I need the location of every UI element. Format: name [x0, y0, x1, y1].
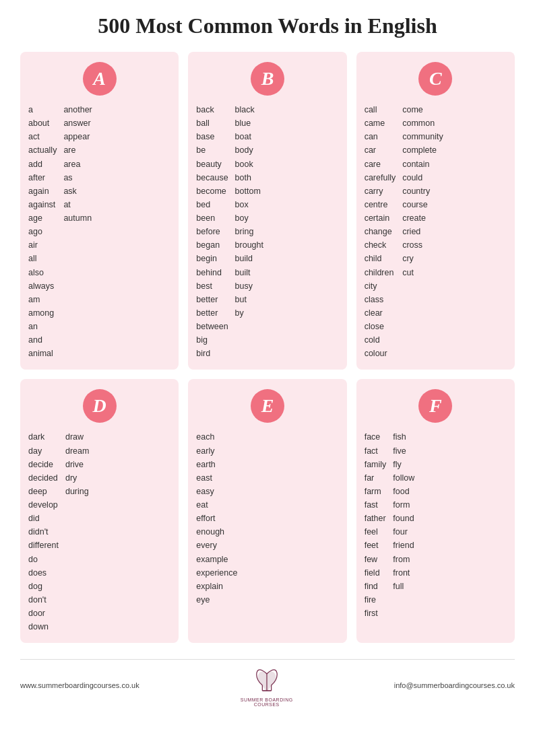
section-d: D dark day decide decided deep develop d… — [20, 379, 179, 643]
letter-a-badge: A — [83, 62, 117, 96]
section-f-words: face fact family far farm fast father fe… — [365, 431, 507, 619]
section-e-words: each early earth east easy eat effort en… — [196, 431, 338, 606]
logo-icon — [250, 664, 284, 697]
section-e: E each early earth east easy eat effort … — [188, 379, 346, 643]
page: 500 Most Common Words in English A a abo… — [0, 0, 535, 756]
section-f: F face fact family far farm fast father … — [356, 379, 515, 643]
section-b: B back ball base be beauty because becom… — [188, 52, 346, 370]
logo-text-line1: SUMMER BOARDING — [241, 697, 293, 702]
logo: SUMMER BOARDING COURSES — [241, 664, 293, 707]
section-b-words: back ball base be beauty because become … — [196, 104, 338, 359]
section-f-col1: face fact family far farm fast father fe… — [365, 431, 387, 619]
bottom-grid: D dark day decide decided deep develop d… — [20, 379, 515, 643]
footer-left: www.summerboardingcourses.co.uk — [20, 681, 139, 689]
section-a-col2: another answer appear are area as ask at… — [63, 104, 92, 359]
letter-f-badge: F — [418, 389, 452, 423]
section-c-col2: come common community complete contain c… — [402, 104, 443, 359]
letter-b-badge: B — [251, 62, 284, 96]
section-a-col1: a about act actually add after again aga… — [28, 104, 57, 359]
section-e-col1: each early earth east easy eat effort en… — [196, 431, 237, 606]
letter-d-badge: D — [83, 389, 117, 423]
section-b-col1: back ball base be beauty because become … — [196, 104, 228, 359]
section-d-col2: draw dream drive dry during — [65, 431, 89, 633]
section-b-col2: black blue boat body book both bottom bo… — [235, 104, 263, 359]
section-c: C call came can car care carefully carry… — [356, 52, 515, 370]
letter-c-badge: C — [418, 62, 452, 96]
page-title: 500 Most Common Words in English — [98, 13, 437, 38]
section-f-col2: fish five fly follow food form found fou… — [393, 431, 414, 619]
footer-right: info@summerboardingcourses.co.uk — [394, 681, 515, 689]
logo-text-line2: COURSES — [254, 702, 280, 707]
section-a-words: a about act actually add after again aga… — [28, 104, 170, 359]
section-d-col1: dark day decide decided deep develop did… — [28, 431, 59, 633]
section-c-words: call came can car care carefully carry c… — [365, 104, 507, 359]
footer: www.summerboardingcourses.co.uk — [20, 659, 515, 707]
section-c-col1: call came can car care carefully carry c… — [365, 104, 396, 359]
top-grid: A a about act actually add after again a… — [20, 52, 515, 370]
letter-e-badge: E — [251, 389, 284, 423]
section-d-words: dark day decide decided deep develop did… — [28, 431, 170, 633]
section-a: A a about act actually add after again a… — [20, 52, 179, 370]
